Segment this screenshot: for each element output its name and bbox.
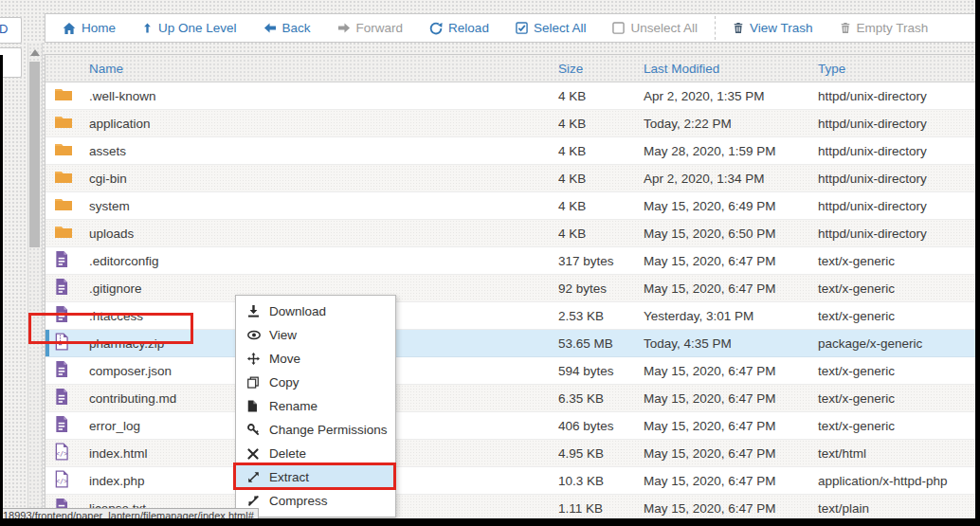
table-row[interactable]: </>index.php10.3 KBMay 15, 2020, 6:47 PM…	[45, 467, 979, 495]
menu-item-copy[interactable]: Copy	[236, 371, 395, 394]
file-icon-cell	[45, 115, 82, 133]
toolbar-button-label: Up One Level	[158, 21, 237, 35]
file-modified: May 15, 2020, 6:47 PM	[641, 446, 815, 461]
toolbar-button-forward[interactable]: Forward	[324, 21, 417, 35]
table-row[interactable]: system4 KBMay 15, 2020, 6:49 PMhttpd/uni…	[45, 192, 979, 220]
file-type: httpd/unix-directory	[815, 89, 972, 103]
reload-icon	[429, 22, 443, 35]
menu-item-move[interactable]: Move	[236, 347, 395, 371]
file-size: 4 KB	[555, 227, 641, 241]
menu-item-label: Move	[269, 352, 300, 366]
file-name: cgi-bin	[82, 172, 555, 186]
table-row[interactable]: </>index.html4.95 KBMay 15, 2020, 6:47 P…	[45, 440, 979, 467]
annotation-red-box-extract	[233, 463, 396, 490]
trash-icon	[733, 22, 744, 34]
file-size: 594 bytes	[555, 364, 641, 378]
eye-icon	[247, 330, 263, 340]
menu-item-download[interactable]: Download	[236, 299, 395, 323]
file-size: 317 bytes	[555, 254, 641, 268]
svg-text:</>: </>	[56, 477, 68, 485]
file-modified: May 28, 2020, 1:59 PM	[641, 144, 815, 158]
menu-item-label: Compress	[269, 494, 328, 508]
menu-item-rename[interactable]: Rename	[236, 394, 395, 418]
toolbar-button-label: Forward	[356, 21, 404, 35]
column-header-name[interactable]: Name	[82, 62, 555, 76]
table-row[interactable]: .well-known4 KBApr 2, 2020, 1:35 PMhttpd…	[45, 82, 979, 110]
table-row[interactable]: composer.json594 bytesMay 15, 2020, 6:47…	[45, 357, 979, 385]
file-icon-cell	[45, 388, 82, 408]
toolbar-button-back[interactable]: Back	[250, 21, 324, 35]
toolbar-button-unselect-all[interactable]: Unselect All	[599, 21, 711, 35]
file-size: 4 KB	[555, 144, 641, 158]
scroll-up-arrow[interactable]	[30, 49, 40, 56]
file-icon-cell	[45, 170, 82, 188]
toolbar-button-select-all[interactable]: Select All	[502, 21, 600, 35]
table-row[interactable]: uploads4 KBMay 15, 2020, 6:50 PMhttpd/un…	[45, 220, 979, 247]
file-size: 53.65 MB	[555, 336, 641, 351]
table-body: .well-known4 KBApr 2, 2020, 1:35 PMhttpd…	[45, 82, 979, 519]
file-type: text/plain	[815, 501, 972, 516]
file-size: 406 bytes	[555, 419, 641, 433]
annotation-red-box-pharmacy	[28, 313, 193, 344]
file-size: 2.53 KB	[555, 309, 641, 323]
file-icon-cell	[45, 250, 82, 271]
delete-icon	[247, 448, 263, 460]
toolbar-button-label: Unselect All	[630, 21, 698, 35]
file-modified: Apr 2, 2020, 1:35 PM	[641, 89, 815, 103]
file-icon-cell	[45, 278, 82, 299]
file-size: 4 KB	[555, 89, 641, 103]
toolbar-button-label: Select All	[534, 21, 587, 35]
file-text-icon	[54, 278, 68, 296]
file-modified: May 15, 2020, 6:47 PM	[641, 364, 815, 378]
file-modified: May 15, 2020, 6:47 PM	[641, 501, 815, 516]
file-size: 92 bytes	[555, 281, 641, 296]
menu-item-compress[interactable]: Compress	[236, 489, 395, 513]
table-row[interactable]: contributing.md6.35 KBMay 15, 2020, 6:47…	[45, 385, 979, 412]
menu-item-view[interactable]: View	[236, 323, 395, 347]
left-panel-glyph: D	[0, 22, 8, 36]
toolbar-button-home[interactable]: Home	[49, 21, 129, 35]
file-modified: May 15, 2020, 6:47 PM	[641, 391, 815, 406]
file-size: 4 KB	[555, 117, 641, 131]
table-row[interactable]: application4 KBToday, 2:22 PMhttpd/unix-…	[45, 110, 979, 137]
column-header-modified[interactable]: Last Modified	[641, 62, 815, 76]
table-row[interactable]: assets4 KBMay 28, 2020, 1:59 PMhttpd/uni…	[45, 137, 979, 165]
menu-item-change-permissions[interactable]: Change Permissions	[236, 418, 395, 442]
toolbar-button-reload[interactable]: Reload	[416, 21, 502, 35]
file-icon-cell	[45, 197, 82, 215]
scroll-thumb[interactable]	[29, 62, 40, 247]
toolbar-button-empty-trash[interactable]: Empty Trash	[826, 21, 942, 35]
download-icon	[247, 305, 263, 317]
table-row[interactable]: cgi-bin4 KBApr 2, 2020, 1:34 PMhttpd/uni…	[45, 165, 979, 192]
file-type: httpd/unix-directory	[815, 172, 972, 186]
file-text-icon	[54, 360, 68, 378]
tree-scrollbar[interactable]	[27, 43, 43, 519]
home-icon	[63, 22, 76, 35]
column-header-size[interactable]: Size	[555, 62, 641, 76]
file-type: text/x-generic	[815, 419, 972, 433]
file-text-icon	[54, 250, 68, 268]
menu-item-label: Rename	[269, 399, 318, 413]
file-modified: May 15, 2020, 6:50 PM	[641, 227, 815, 241]
file-modified: Today, 4:35 PM	[641, 336, 815, 351]
file-icon-cell	[45, 415, 82, 436]
table-row[interactable]: .gitignore92 bytesMay 15, 2020, 6:47 PMt…	[45, 275, 979, 302]
key-icon	[247, 424, 263, 436]
screen-edge-left	[0, 55, 3, 526]
file-type: application/x-httpd-php	[815, 474, 972, 488]
file-name: assets	[82, 144, 555, 158]
file-type: text/x-generic	[815, 391, 972, 406]
table-row[interactable]: error_log406 bytesMay 15, 2020, 6:47 PMt…	[45, 412, 979, 440]
column-header-type[interactable]: Type	[815, 62, 972, 76]
file-size: 4.95 KB	[555, 446, 641, 461]
toolbar-button-label: Empty Trash	[857, 21, 929, 35]
file-modified: May 15, 2020, 6:47 PM	[641, 281, 815, 296]
file-type: text/x-generic	[815, 364, 972, 378]
toolbar-button-view-trash[interactable]: View Trash	[719, 21, 826, 35]
file-code-icon: </>	[54, 443, 68, 461]
table-row[interactable]: .editorconfig317 bytesMay 15, 2020, 6:47…	[45, 247, 979, 275]
file-modified: May 15, 2020, 6:47 PM	[641, 419, 815, 433]
menu-item-label: Delete	[269, 446, 306, 461]
file-icon-cell: </>	[45, 470, 82, 491]
toolbar-button-up-one-level[interactable]: Up One Level	[129, 21, 250, 35]
